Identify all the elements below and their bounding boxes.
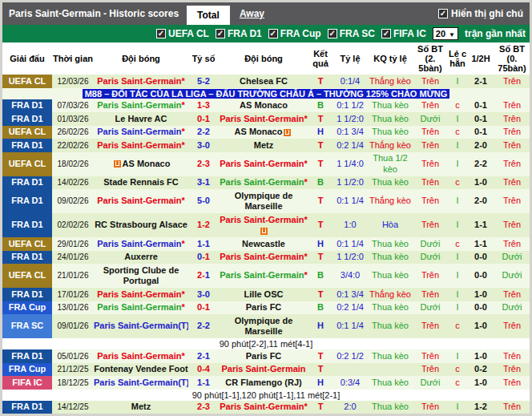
match-result: H <box>308 314 332 338</box>
half-time-score: 1-1 <box>467 213 494 237</box>
half-time-score: 2-0 <box>467 189 494 213</box>
match-date: 24/01/26 <box>52 251 94 265</box>
filter-label: FRA SC <box>340 28 375 39</box>
filter-fra-sc[interactable]: FRA SC <box>328 28 375 39</box>
match-date: 18/02/26 <box>52 152 94 176</box>
team-name: Paris Saint-Germain <box>220 215 304 224</box>
away-score: 1 <box>205 177 210 187</box>
match-date: 22/02/26 <box>52 139 94 152</box>
home-team: Paris Saint-Germain* <box>94 288 188 301</box>
team-star-mark: * <box>304 159 307 168</box>
handicap-result: Thắng kèo <box>368 139 413 152</box>
filter-fifa-ic[interactable]: FIFA IC <box>381 28 426 39</box>
column-header: 1/2H <box>467 42 494 75</box>
odd-even: c <box>448 314 467 338</box>
match-score: 1-1 <box>188 376 219 390</box>
over-under-0-75: Dưới <box>494 251 530 265</box>
table-row: FRA D101/03/26Le Havre AC0-1Paris Saint-… <box>2 112 530 126</box>
team-star-mark: * <box>181 100 184 110</box>
handicap-odds: 0:1/4 <box>332 75 368 88</box>
over-under-0-75: Trên <box>494 126 530 139</box>
filter-label: FRA D1 <box>228 28 262 39</box>
league-badge: FRA D1 <box>2 213 52 237</box>
over-under-2-5: Trên <box>413 264 448 288</box>
match-result: T <box>308 189 332 213</box>
table-row: FRA D107/03/26Paris Saint-Germain*1-3AS … <box>2 99 530 113</box>
match-date: 14/02/26 <box>52 176 94 190</box>
team-name: Olympique de Marseille <box>235 316 293 337</box>
match-date: 26/02/26 <box>52 126 94 139</box>
match-score: 2-1 <box>188 264 219 288</box>
page-title: Paris Saint-Germain - Historic scores <box>2 8 187 19</box>
column-header: Số BT (2. 5bàn) <box>413 42 448 75</box>
away-score: 1 <box>205 252 210 261</box>
half-time-score: 1-2 <box>467 401 494 414</box>
team-note-icon <box>284 129 291 136</box>
league-badge: FRA Cup <box>2 363 52 377</box>
team-name: Sporting Clube de Portugal <box>103 265 179 286</box>
match-result: T <box>308 139 332 152</box>
over-under-2-5: Dưới <box>413 112 448 126</box>
table-row: UEFA CL18/02/26AS Monaco2-3Paris Saint-G… <box>2 152 530 176</box>
match-date: 21/01/26 <box>52 264 94 288</box>
checkbox-checked-icon[interactable] <box>216 29 225 38</box>
show-notes-toggle[interactable]: Hiển thị ghi chú <box>438 8 530 19</box>
away-score: 2 <box>205 76 210 86</box>
matches-count-select[interactable]: 20 <box>433 27 458 40</box>
match-result: T <box>308 112 332 126</box>
over-under-0-75: Trên <box>494 99 530 113</box>
over-under-0-75: Trên <box>494 213 530 237</box>
match-result: B <box>308 264 332 288</box>
ad-banner-link[interactable]: M88 – ĐỐI TÁC CỦA LA LIGA – ĐẤU TRƯỜNG C… <box>83 89 450 99</box>
team-star-mark: * <box>181 140 184 150</box>
team-name: Paris Saint-Germain <box>221 364 305 374</box>
checkbox-checked-icon[interactable] <box>381 29 391 38</box>
team-star-mark: * <box>304 114 307 123</box>
match-note-text: 90 phút[1-1],120 phút[1-1],11 mét[2-1] <box>2 390 530 401</box>
checkbox-checked-icon[interactable] <box>156 29 166 38</box>
match-result: T <box>308 349 332 363</box>
tab-away[interactable]: Away <box>230 8 274 19</box>
match-score: 2-1 <box>188 349 219 363</box>
handicap-odds: 3/4:0 <box>332 264 368 288</box>
league-badge: FRA D1 <box>2 349 52 363</box>
half-time-score: 1-0 <box>467 176 494 190</box>
filter-fra-d1[interactable]: FRA D1 <box>216 28 262 39</box>
away-score: 0 <box>205 140 210 150</box>
match-result: T <box>308 401 332 414</box>
over-under-0-75: Trên <box>494 237 530 251</box>
column-header: Kết quả <box>308 42 332 75</box>
table-row: FRA D114/02/26Stade Rennais FC3-1Paris S… <box>2 176 530 190</box>
over-under-2-5: Trên <box>413 75 448 88</box>
over-under-2-5: Trên <box>413 363 448 377</box>
half-time-score: 1-1 <box>467 237 494 251</box>
handicap-result: Thua kèo <box>368 176 413 190</box>
odd-even: c <box>448 176 467 190</box>
team-name: Auxerre <box>124 252 158 261</box>
over-under-2-5: Trên <box>413 99 448 113</box>
filter-uefa-cl[interactable]: UEFA CL <box>156 28 209 39</box>
handicap-result: Thua 1/2 kèo <box>368 152 413 176</box>
match-result: B <box>308 301 332 315</box>
checkbox-checked-icon[interactable] <box>328 29 337 38</box>
column-header: Số BT (0. 75bàn) <box>494 42 530 75</box>
handicap-odds: 1 1/4:0 <box>332 152 368 176</box>
team-name: Le Havre AC <box>115 114 167 123</box>
handicap-result: Thua kèo <box>368 251 413 265</box>
away-team: Paris Saint-Germain* <box>219 176 308 190</box>
over-under-0-75: Dưới <box>494 264 530 288</box>
team-star-mark: * <box>181 127 184 136</box>
odd-even: c <box>448 237 467 251</box>
half-time-score: 0-0 <box>467 251 494 265</box>
team-name: Paris Saint-Germain <box>97 100 181 110</box>
odd-even: l <box>448 139 467 152</box>
filter-fra-cup[interactable]: FRA Cup <box>268 28 321 39</box>
checkbox-checked-icon[interactable] <box>268 29 278 38</box>
tab-total[interactable]: Total <box>187 6 230 25</box>
checkbox-checked-icon[interactable] <box>438 9 448 18</box>
away-team: Paris FC <box>219 301 308 315</box>
away-score: 3 <box>205 100 210 110</box>
odd-even: l <box>448 264 467 288</box>
handicap-odds: 0:2 1/2 <box>332 349 368 363</box>
handicap-odds: 0:3/4 <box>332 376 368 390</box>
